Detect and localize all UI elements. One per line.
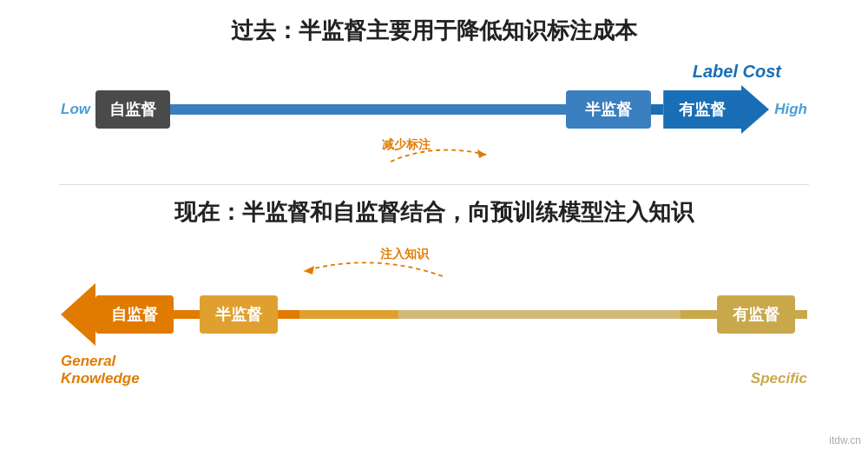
inject-text: 注入知识 <box>380 247 429 262</box>
reduce-label-text: 减少标注 <box>382 137 431 153</box>
inject-svg-container: 注入知识 <box>61 243 807 283</box>
connector-top-2 <box>651 104 663 115</box>
label-cost-container: Label Cost <box>61 62 807 82</box>
big-arrow-left <box>61 283 95 346</box>
general-text: General <box>61 353 115 370</box>
big-arrow-head <box>61 283 95 346</box>
high-label: High <box>774 101 807 118</box>
low-label: Low <box>61 101 90 118</box>
main-container: 过去：半监督主要用于降低知识标注成本 Label Cost Low 自监督 半监… <box>0 0 868 450</box>
bottom-track: 自监督 半监督 有监督 <box>61 283 807 346</box>
box-youjiandup-bottom: 有监督 <box>717 295 795 334</box>
bottom-title: 现在：半监督和自监督结合，向预训练模型注入知识 <box>174 197 694 228</box>
watermark: itdw.cn <box>829 434 861 447</box>
box-youjiandup-top: 有监督 <box>663 90 741 129</box>
arrow-head-top <box>741 85 769 134</box>
connector-top-1 <box>170 104 566 115</box>
box-banjiandup-bottom: 半监督 <box>200 295 278 334</box>
box-zijiandup-bottom: 自监督 <box>95 295 174 334</box>
label-cost-text: Label Cost <box>693 62 781 82</box>
bottom-labels: General Knowledge Specific <box>61 353 807 387</box>
annotation-top: 减少标注 <box>61 136 807 170</box>
svg-marker-1 <box>304 266 314 275</box>
box-banjiandup-top: 半监督 <box>566 90 651 129</box>
top-diagram: Low 自监督 半监督 有监督 <box>61 85 807 134</box>
top-section: 过去：半监督主要用于降低知识标注成本 Label Cost Low 自监督 半监… <box>17 16 851 170</box>
section-divider <box>59 184 809 185</box>
arrow-youjiandup-top: 有监督 <box>663 85 769 134</box>
box-zijiandup-top: 自监督 <box>95 90 170 129</box>
top-title: 过去：半监督主要用于降低知识标注成本 <box>231 16 637 46</box>
top-track: 自监督 半监督 有监督 <box>95 85 769 134</box>
knowledge-text: Knowledge <box>61 370 140 387</box>
bottom-section: 现在：半监督和自监督结合，向预训练模型注入知识 注入知识 <box>17 197 851 387</box>
general-label: General Knowledge <box>61 353 140 387</box>
specific-label: Specific <box>751 370 807 387</box>
bottom-diagram-wrapper: 注入知识 自监督 半监督 <box>61 243 807 387</box>
